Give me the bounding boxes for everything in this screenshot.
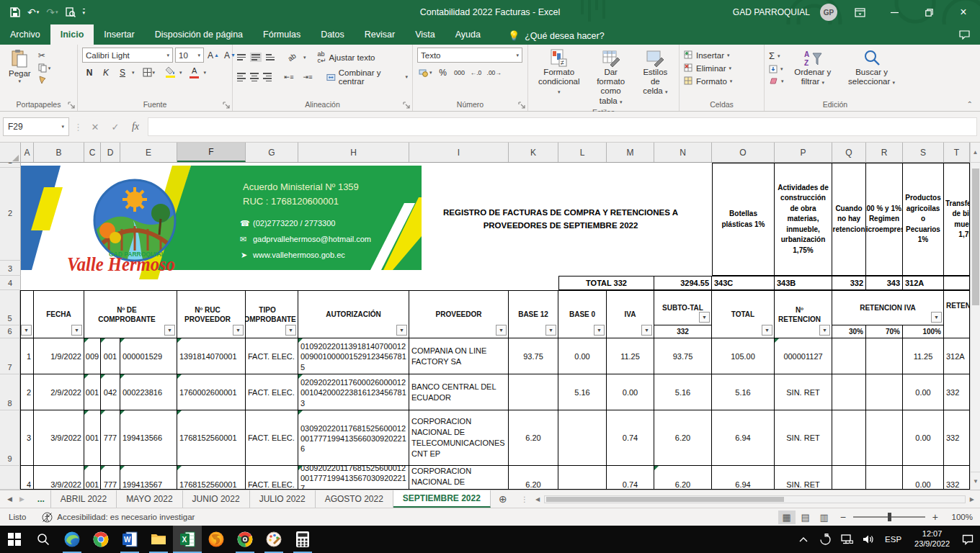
header-ruc-proveedor[interactable]: Nº RUC PROVEEDOR▼ [177,290,246,338]
filter-dropdown[interactable]: ▼ [641,325,652,336]
header-ret-t[interactable]: RETENCION [944,290,970,338]
number-dialog-launcher[interactable] [518,102,526,109]
cell-ret-t[interactable]: 332 [944,466,970,490]
col-header-q[interactable]: Q [832,143,866,162]
cell-ret30[interactable] [832,466,866,490]
col-header-t[interactable]: T [944,143,970,162]
cell-ret-t[interactable]: 312A [944,338,970,374]
row-header-9[interactable]: 9 [0,410,20,466]
institution-banner-image[interactable]: Valle Hermoso GAD PARROQUIAL Acuerdo Min… [21,166,422,281]
col-header-k[interactable]: K [509,143,558,162]
hscroll-left-icon[interactable]: ◀ [533,496,543,503]
cell-total[interactable]: 5.16 [712,374,775,410]
language-indicator[interactable]: ESP [881,535,906,544]
side-header-q[interactable]: Cuando no hay retencion [832,163,866,276]
sheet-tab-septiembre[interactable]: SEPTIEMBRE 2022 [393,490,491,508]
document-title-cell[interactable]: REGISTRO DE FACTURAS DE COMPRA Y RETENCI… [409,163,712,276]
align-left-icon[interactable] [237,73,246,81]
cell-base12[interactable]: 6.20 [509,410,558,466]
cell-total[interactable]: 6.94 [712,410,775,466]
taskbar-explorer[interactable] [144,526,173,553]
col-header-i[interactable]: I [409,143,509,162]
col-header-b[interactable]: B [34,143,84,162]
filter-dropdown[interactable]: ▼ [594,325,605,336]
tab-disposicion[interactable]: Disposición de página [145,24,253,45]
redo-icon[interactable]: ↷▾ [46,6,58,18]
collapse-ribbon-icon[interactable]: ⌃ [967,100,973,108]
cell-subtotal[interactable]: 6.20 [654,466,712,490]
header-ret30[interactable]: 30% [832,325,866,338]
filter-dropdown[interactable]: ▼ [819,325,830,336]
header-proveedor[interactable]: PROVEEDOR▼ [409,290,509,338]
cell-tipo[interactable]: FACT. ELEC. [246,466,298,490]
cell-ret100[interactable]: 11.25 [903,338,944,374]
cell-ret100[interactable]: 0.00 [903,466,944,490]
taskbar-word[interactable]: W [115,526,144,553]
cell-ret70[interactable] [866,410,903,466]
horizontal-scroll-thumb[interactable] [546,497,784,502]
side-header-t[interactable]: Transferencia de bienes muebles 1,75% [944,163,970,276]
page-break-view-icon[interactable]: ▥ [816,511,833,524]
paste-dropdown[interactable]: ▾ [19,78,22,84]
taskbar-edge[interactable] [58,526,86,553]
cell-ret70[interactable] [866,338,903,374]
tab-ayuda[interactable]: Ayuda [445,24,491,45]
taskbar-chrome[interactable] [86,526,115,553]
header-retencion-iva[interactable]: RETENCION IVA▼ [832,290,944,325]
col-header-o[interactable]: O [712,143,775,162]
tab-datos[interactable]: Datos [311,24,355,45]
cell-styles-dropdown[interactable]: ▾ [665,89,668,94]
cell-tipo[interactable]: FACT. ELEC. [246,374,298,410]
number-format-combo[interactable]: Texto▾ [417,48,522,63]
insert-cells-button[interactable]: Insertar▾ [684,50,732,60]
cell-punto[interactable]: 042 [101,374,120,410]
cut-icon[interactable]: ✂ [38,50,51,60]
cell-code-343[interactable]: 343 [866,276,903,290]
col-header-r[interactable]: R [866,143,903,162]
tab-insertar[interactable]: Insertar [94,24,144,45]
cell-num-retencion[interactable]: SIN. RET [775,374,832,410]
cell-proveedor[interactable]: COMPANIA ON LINE FACTORY SA [409,338,509,374]
filter-dropdown[interactable]: ▼ [233,325,244,336]
account-name[interactable]: GAD PARROQUIAL [733,7,810,17]
cell-code-343c[interactable]: 343C [712,276,775,290]
header-comprobante[interactable]: Nº DE COMPROBANTE▼ [84,290,177,338]
cell-num[interactable]: 1 [21,338,34,374]
row-header-10[interactable] [0,466,20,490]
cell-ret-t[interactable]: 332 [944,374,970,410]
sheet-tab-mayo[interactable]: MAYO 2022 [117,490,182,508]
zoom-in-icon[interactable]: + [932,511,938,523]
cell-punto[interactable]: 001 [101,338,120,374]
row-header-1[interactable]: 1 [0,163,21,168]
col-header-h[interactable]: H [298,143,409,162]
row-header-7[interactable]: 7 [0,338,20,374]
row-header-5[interactable]: 5 [0,290,20,325]
row-header-6[interactable]: 6 [0,325,20,338]
font-name-combo[interactable]: Calibri Light▾ [82,48,173,63]
fill-button[interactable]: ▾ [769,65,784,73]
percent-style-icon[interactable]: % [436,65,450,80]
col-header-g[interactable]: G [246,143,298,162]
cell-total-label[interactable]: TOTAL 332 [558,276,654,290]
col-header-m[interactable]: M [607,143,654,162]
cell-secuencial[interactable]: 199413567 [120,466,177,490]
cell-subtotal[interactable]: 6.20 [654,410,712,466]
header-ret70[interactable]: 70% [866,325,903,338]
sort-filter-button[interactable]: AZ Ordenar y filtrar ▾ [790,49,837,86]
cell-ruc[interactable]: 1391814070001 [177,338,246,374]
comma-style-icon[interactable]: 000 [453,65,467,80]
filter-dropdown[interactable]: ▼ [699,312,710,323]
side-header-o[interactable]: Botellas plásticas 1% [712,163,775,276]
hscroll-right-icon[interactable]: ▶ [967,496,977,503]
sheet-tab-abril[interactable]: ABRIL 2022 [51,490,117,508]
wrap-text-button[interactable]: abc↵ Ajustar texto [318,51,375,64]
cell-num-retencion[interactable]: 000001127 [775,338,832,374]
cell-num-retencion[interactable]: SIN. RET [775,410,832,466]
cell-establecimiento[interactable]: 001 [84,466,101,490]
scroll-up-icon[interactable]: ▲ [971,143,980,163]
row-header-2[interactable]: 2 [0,168,21,261]
volume-icon[interactable] [859,526,878,553]
cell-proveedor[interactable]: BANCO CENTRAL DEL ECUADOR [409,374,509,410]
ribbon-display-options-icon[interactable] [847,0,872,24]
alignment-dialog-launcher[interactable] [403,102,411,109]
